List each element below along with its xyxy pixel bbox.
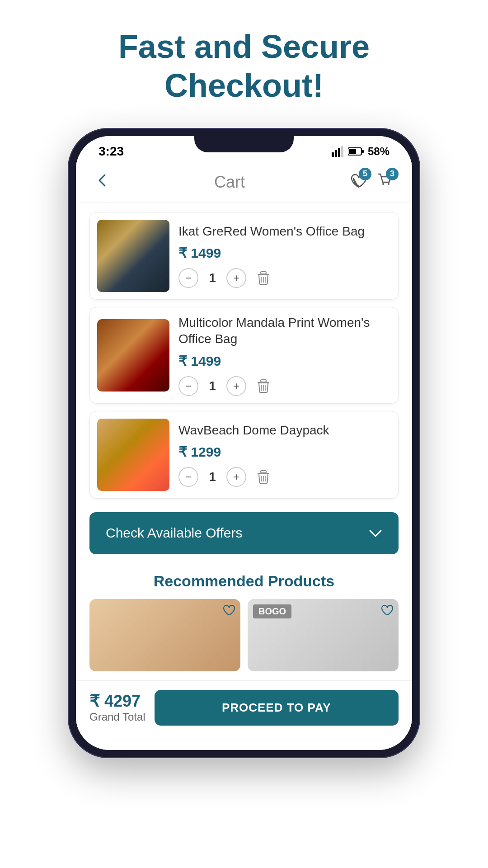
quantity-controls-3: − 1 +	[178, 467, 391, 487]
table-row: WavBeach Dome Daypack ₹ 1299 − 1 +	[89, 411, 399, 499]
product-price-1: ₹ 1499	[178, 245, 391, 261]
notch	[194, 136, 294, 152]
phone-inner: 3:23 58%	[76, 136, 412, 750]
wishlist-badge: 5	[359, 168, 371, 180]
phone-wrapper: 3:23 58%	[68, 128, 420, 758]
table-row: Multicolor Mandala Print Women's Office …	[89, 307, 399, 404]
header-icons: 5 3	[349, 171, 394, 193]
svg-rect-15	[261, 380, 266, 382]
svg-rect-20	[261, 471, 266, 473]
qty-value-1: 1	[206, 271, 219, 285]
back-button[interactable]	[94, 171, 110, 193]
svg-rect-10	[261, 272, 266, 274]
status-time: 3:23	[99, 144, 124, 159]
table-row: Ikat GreRed Women's Office Bag ₹ 1499 − …	[89, 212, 399, 300]
heading-line1: Fast and Secure	[118, 28, 370, 65]
wishlist-button[interactable]: 5	[349, 171, 367, 193]
qty-value-3: 1	[206, 470, 219, 484]
battery-percentage: 58%	[368, 145, 389, 158]
decrease-qty-1[interactable]: −	[178, 268, 198, 288]
list-item[interactable]	[89, 599, 240, 671]
header-title: Cart	[214, 173, 245, 192]
product-name-3: WavBeach Dome Daypack	[178, 422, 391, 439]
offers-label: Check Available Offers	[106, 525, 242, 541]
cart-list: Ikat GreRed Women's Office Bag ₹ 1499 − …	[76, 203, 412, 508]
decrease-qty-3[interactable]: −	[178, 467, 198, 487]
app-content: Cart 5	[76, 162, 412, 750]
product-name-2: Multicolor Mandala Print Women's Office …	[178, 315, 391, 348]
grand-total-amount: ₹ 4297	[89, 692, 145, 711]
wishlist-rec-icon-2[interactable]	[380, 604, 393, 619]
cart-badge: 3	[386, 168, 399, 180]
increase-qty-3[interactable]: +	[226, 467, 246, 487]
proceed-to-pay-button[interactable]: PROCEED TO PAY	[155, 690, 399, 726]
phone-outer: 3:23 58%	[68, 128, 420, 758]
quantity-controls-1: − 1 +	[178, 268, 391, 288]
svg-rect-6	[362, 150, 364, 153]
product-details-2: Multicolor Mandala Print Women's Office …	[178, 315, 391, 396]
bottom-bar: ₹ 4297 Grand Total PROCEED TO PAY	[76, 680, 412, 735]
bogo-badge: BOGO	[253, 604, 291, 618]
page-heading: Fast and Secure Checkout!	[118, 27, 370, 105]
product-details-3: WavBeach Dome Daypack ₹ 1299 − 1 +	[178, 422, 391, 487]
svg-rect-3	[341, 146, 343, 157]
delete-item-2[interactable]	[253, 376, 273, 396]
cart-button[interactable]: 3	[376, 171, 394, 193]
product-name-1: Ikat GreRed Women's Office Bag	[178, 223, 391, 240]
check-offers-button[interactable]: Check Available Offers	[89, 512, 399, 554]
recommended-products-list: BOGO	[89, 599, 399, 671]
grand-total-label: Grand Total	[89, 711, 145, 723]
chevron-down-icon	[369, 525, 382, 542]
app-header: Cart 5	[76, 162, 412, 203]
increase-qty-2[interactable]: +	[226, 376, 246, 396]
svg-rect-2	[338, 148, 340, 157]
recommended-section: Recommended Products BO	[76, 563, 412, 680]
grand-total-section: ₹ 4297 Grand Total	[89, 692, 145, 723]
status-icons: 58%	[332, 145, 389, 158]
recommended-title: Recommended Products	[89, 572, 399, 590]
heading-line2: Checkout!	[164, 67, 324, 104]
svg-point-7	[382, 183, 384, 185]
increase-qty-1[interactable]: +	[226, 268, 246, 288]
product-price-2: ₹ 1499	[178, 353, 391, 369]
battery-icon	[348, 147, 364, 156]
signal-icon	[332, 146, 344, 157]
svg-rect-0	[332, 152, 334, 157]
delete-item-1[interactable]	[253, 268, 273, 288]
wishlist-rec-icon-1[interactable]	[222, 604, 235, 619]
product-image-3	[97, 419, 169, 491]
svg-rect-1	[335, 150, 337, 157]
list-item[interactable]: BOGO	[248, 599, 399, 671]
product-details-1: Ikat GreRed Women's Office Bag ₹ 1499 − …	[178, 223, 391, 288]
qty-value-2: 1	[206, 379, 219, 393]
product-image-1	[97, 220, 169, 292]
delete-item-3[interactable]	[253, 467, 273, 487]
svg-rect-5	[349, 149, 356, 154]
quantity-controls-2: − 1 +	[178, 376, 391, 396]
product-image-2	[97, 319, 169, 392]
decrease-qty-2[interactable]: −	[178, 376, 198, 396]
product-price-3: ₹ 1299	[178, 444, 391, 460]
svg-point-8	[388, 183, 389, 185]
